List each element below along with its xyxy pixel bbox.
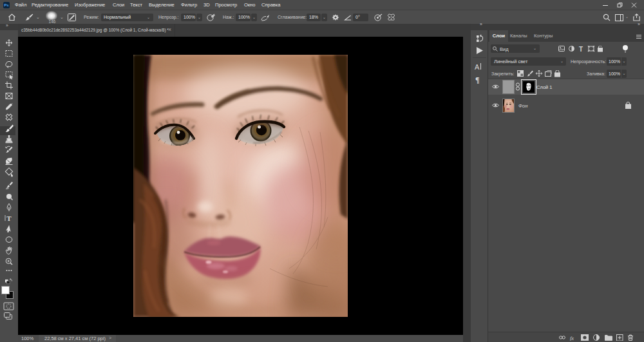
svg-text:fx: fx — [570, 335, 574, 341]
svg-text:T: T — [6, 214, 12, 222]
svg-text:A: A — [475, 63, 480, 71]
svg-text:¶: ¶ — [475, 75, 479, 84]
svg-text:T: T — [579, 46, 583, 52]
